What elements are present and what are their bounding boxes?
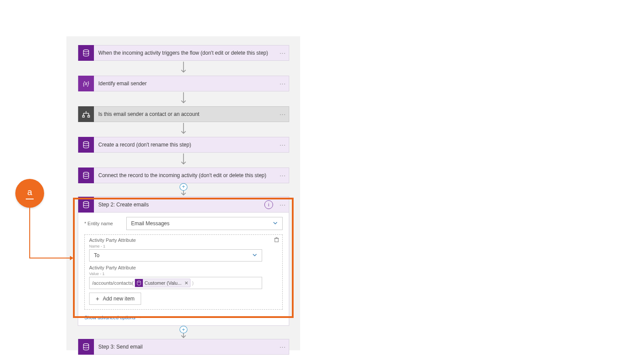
database-icon [78,45,94,61]
step-create-emails-header[interactable]: Step 2: Create emails i ··· [78,197,289,213]
svg-text:{x}: {x} [83,80,89,87]
step-connect[interactable]: Connect the record to the incoming activ… [78,168,289,183]
callout-connector [29,208,30,258]
svg-point-13 [83,172,89,175]
entity-name-select[interactable]: Email Messages [126,217,283,230]
step-trigger[interactable]: When the incoming activity triggers the … [78,45,289,61]
svg-point-21 [83,344,89,346]
value-prefix-text: /accounts/contacts( [92,280,134,286]
add-step-button-wrap: + [78,326,289,339]
info-icon[interactable]: i [264,200,273,209]
activity-party-value-label: Activity Party Attribute [89,265,278,271]
callout-label: a [27,187,32,197]
token-remove-icon[interactable]: ✕ [184,280,188,286]
activity-party-name-sub: Name - 1 [89,244,278,248]
dynamic-content-token[interactable]: Customer (Valu... ✕ [135,279,190,287]
step-identify[interactable]: {x} Identify email sender ··· [78,76,289,91]
step-connect-label: Connect the record to the incoming activ… [94,172,277,178]
chevron-down-icon [138,315,142,320]
callout-badge-a: a [15,179,44,208]
activity-party-name-select[interactable]: To [89,249,262,262]
switch-icon [78,106,94,122]
step-connect-menu[interactable]: ··· [277,172,289,179]
token-database-icon [135,279,143,287]
plus-icon: + [96,295,99,302]
add-step-button-wrap: + [78,183,289,196]
step-send-email-label: Step 3: Send email [94,344,277,350]
activity-party-value-input[interactable]: /accounts/contacts( Customer (Valu... ✕ … [89,277,262,289]
entity-name-row: Entity name Email Messages [84,217,283,230]
step-identify-menu[interactable]: ··· [277,80,289,87]
callout-arrowhead-icon [70,256,73,260]
connector-arrow [78,122,289,137]
step-send-email[interactable]: Step 3: Send email ··· [78,339,289,355]
show-advanced-options-link[interactable]: Show advanced options [84,314,142,322]
callout-underline [26,199,34,199]
flow-container: When the incoming activity triggers the … [78,45,289,355]
variable-icon: {x} [78,76,94,91]
database-icon [78,339,94,355]
step-create-emails-card: Step 2: Create emails i ··· Entity name … [78,196,289,326]
entity-name-label: Entity name [84,221,126,226]
svg-point-15 [83,201,89,203]
add-step-button[interactable]: + [180,326,187,333]
step-switch-label: Is this email sender a contact or an acc… [94,111,277,117]
connector-arrow [78,61,289,76]
activity-party-name-value: To [94,252,100,258]
callout-connector [29,258,70,258]
svg-point-19 [137,281,141,282]
step-switch[interactable]: Is this email sender a contact or an acc… [78,106,289,122]
activity-party-value-sub: Value - 1 [89,272,278,276]
value-suffix-text: ) [192,280,194,286]
step-create-record[interactable]: Create a record (don't rename this step)… [78,137,289,153]
step-create-emails-body: Entity name Email Messages Activity Part… [78,213,289,325]
chevron-down-icon [273,220,278,227]
token-text: Customer (Valu... [145,280,182,286]
connector-arrow [78,91,289,106]
step-create-record-menu[interactable]: ··· [277,141,289,148]
svg-rect-16 [275,238,278,242]
step-trigger-menu[interactable]: ··· [277,49,289,56]
delete-group-icon[interactable] [273,236,280,244]
step-send-email-menu[interactable]: ··· [277,343,289,350]
step-identify-label: Identify email sender [94,80,277,87]
entity-name-value: Email Messages [131,220,170,227]
svg-rect-8 [83,115,84,117]
activity-party-name-label: Activity Party Attribute [89,237,278,243]
activity-party-group: Activity Party Attribute Name - 1 To Act… [84,234,283,310]
database-icon [78,137,94,153]
step-create-emails-menu[interactable]: ··· [277,201,289,208]
show-advanced-options-label: Show advanced options [84,315,135,320]
chevron-down-icon [252,252,257,259]
add-new-item-label: Add new item [103,296,135,302]
add-new-item-button[interactable]: + Add new item [89,293,141,305]
database-icon [78,168,94,183]
step-create-emails-title: Step 2: Create emails [94,202,264,208]
svg-point-0 [83,50,89,52]
add-step-button[interactable]: + [180,183,187,191]
svg-rect-9 [88,115,90,117]
step-create-record-label: Create a record (don't rename this step) [94,142,277,148]
connector-arrow [78,153,289,168]
step-switch-menu[interactable]: ··· [277,111,289,118]
step-trigger-label: When the incoming activity triggers the … [94,50,277,56]
svg-point-11 [83,142,89,144]
database-icon [78,197,94,213]
